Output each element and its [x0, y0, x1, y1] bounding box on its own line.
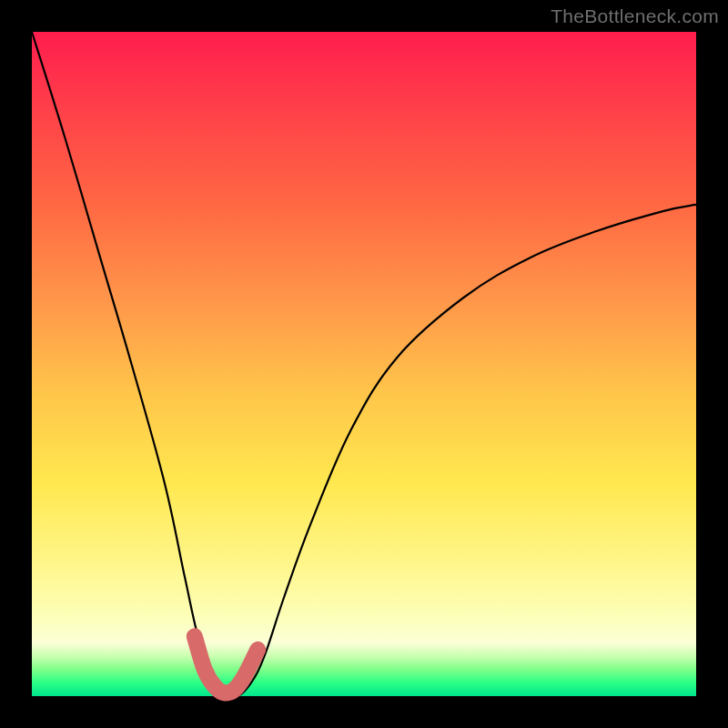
highlight-valley-path — [195, 636, 258, 693]
curve-svg — [32, 32, 696, 696]
plot-area — [32, 32, 696, 696]
chart-frame: TheBottleneck.com — [0, 0, 728, 728]
bottleneck-curve-path — [32, 32, 696, 698]
watermark-text: TheBottleneck.com — [551, 5, 719, 27]
